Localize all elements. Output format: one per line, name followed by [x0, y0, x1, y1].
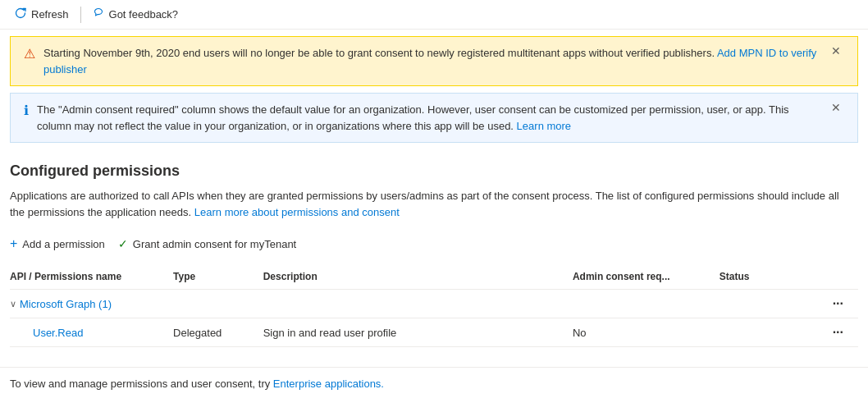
perm-name-link[interactable]: User.Read [33, 327, 83, 339]
checkmark-icon: ✓ [118, 237, 128, 250]
action-bar: + Add a permission ✓ Grant admin consent… [10, 233, 858, 254]
perm-description-cell: Sign in and read user profile [263, 318, 573, 347]
perm-status-cell [720, 318, 817, 347]
permissions-learn-more-link[interactable]: Learn more about permissions and consent [194, 206, 400, 218]
perm-type-cell: Delegated [173, 318, 263, 347]
warning-banner: ⚠ Starting November 9th, 2020 end users … [10, 36, 858, 86]
warning-close-button[interactable]: ✕ [828, 45, 844, 57]
group-name-link[interactable]: Microsoft Graph (1) [20, 298, 112, 310]
info-learn-more-link[interactable]: Learn more [517, 120, 571, 132]
info-close-button[interactable]: ✕ [828, 102, 844, 113]
col-header-actions [817, 264, 858, 290]
feedback-label: Got feedback? [109, 8, 179, 21]
col-header-status: Status [720, 264, 817, 290]
refresh-icon [15, 7, 26, 21]
grant-consent-button[interactable]: ✓ Grant admin consent for myTenant [118, 234, 296, 254]
info-icon: ℹ [24, 103, 29, 118]
group-desc-cell [263, 290, 573, 318]
perm-admin-consent-cell: No [573, 318, 720, 347]
enterprise-apps-link[interactable]: Enterprise applications. [273, 378, 384, 390]
info-banner-text: The "Admin consent required" column show… [37, 102, 820, 134]
refresh-label: Refresh [31, 8, 69, 21]
group-status-cell [720, 290, 817, 318]
table-group-row: ∨ Microsoft Graph (1) ··· [10, 290, 858, 318]
chevron-down-icon: ∨ [10, 299, 16, 309]
table-row: User.Read Delegated Sign in and read use… [10, 318, 858, 347]
section-description: Applications are authorized to call APIs… [10, 188, 847, 220]
feedback-button[interactable]: Got feedback? [85, 4, 187, 25]
main-content: Configured permissions Applications are … [0, 149, 868, 360]
footer-text: To view and manage permissions and user … [10, 378, 270, 390]
col-header-admin-consent: Admin consent req... [573, 264, 720, 290]
permissions-table: API / Permissions name Type Description … [10, 264, 858, 347]
group-type-cell [173, 290, 263, 318]
col-header-description: Description [263, 264, 573, 290]
add-permission-label: Add a permission [22, 238, 104, 250]
feedback-icon [93, 7, 104, 21]
toolbar-divider [80, 7, 81, 23]
perm-context-menu[interactable]: ··· [828, 323, 848, 341]
col-header-type: Type [173, 264, 263, 290]
plus-icon: + [10, 236, 17, 251]
warning-icon: ⚠ [24, 46, 35, 62]
col-header-name: API / Permissions name [10, 264, 173, 290]
footer: To view and manage permissions and user … [0, 367, 868, 400]
refresh-button[interactable]: Refresh [7, 4, 77, 25]
section-title: Configured permissions [10, 163, 858, 180]
add-permission-button[interactable]: + Add a permission [10, 233, 105, 254]
group-expand[interactable]: ∨ Microsoft Graph (1) [10, 298, 163, 310]
perm-actions-cell: ··· [817, 318, 858, 347]
group-context-menu[interactable]: ··· [828, 295, 848, 312]
group-actions-cell: ··· [817, 290, 858, 318]
perm-name-cell: User.Read [10, 318, 173, 347]
grant-consent-label: Grant admin consent for myTenant [133, 238, 296, 250]
warning-banner-text: Starting November 9th, 2020 end users wi… [43, 45, 820, 77]
table-header-row: API / Permissions name Type Description … [10, 264, 858, 290]
info-banner: ℹ The "Admin consent required" column sh… [10, 93, 858, 143]
group-admin-cell [573, 290, 720, 318]
toolbar: Refresh Got feedback? [0, 0, 868, 30]
